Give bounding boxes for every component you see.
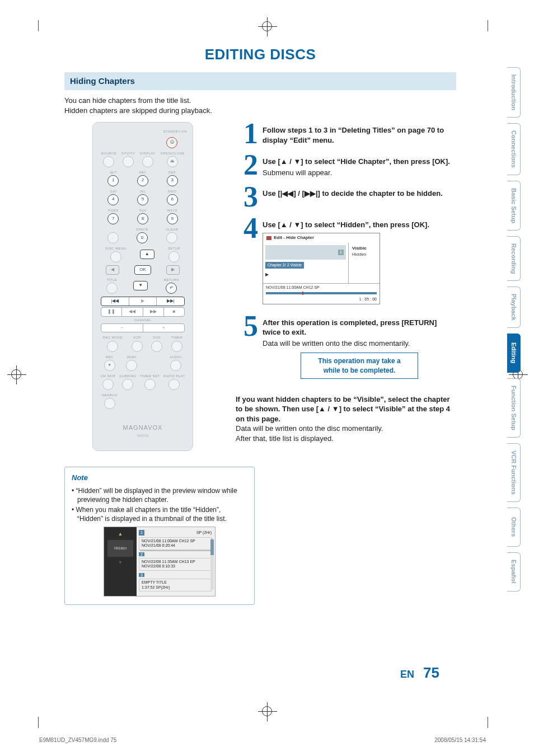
note-heading: Note: [72, 473, 247, 483]
trim-mark: [38, 717, 39, 728]
channel-label: CHANNEL: [99, 318, 187, 322]
note-item: When you make all chapters in the title …: [72, 505, 247, 523]
source-button: [103, 156, 114, 167]
tab-introduction[interactable]: Introduction: [507, 67, 521, 118]
step-1: 1 Follow steps 1 to 3 in “Deleting Title…: [236, 122, 456, 145]
step-number: 3: [236, 185, 258, 209]
digit-2-button: 2: [137, 175, 148, 186]
intro-text: You can hide chapters from the title lis…: [64, 96, 456, 115]
right-button: ▶: [166, 265, 180, 275]
tab-others[interactable]: Others: [507, 508, 521, 547]
trim-mark: [488, 20, 488, 31]
page-content: EDITING DISCS Hiding Chapters You can hi…: [64, 45, 456, 694]
digit-7-button: 7: [107, 213, 119, 224]
digit-4-button: 4: [107, 194, 119, 205]
crop-mark-bottom: [262, 706, 272, 716]
step-number: 1: [236, 122, 258, 145]
page-number: EN 75: [400, 663, 439, 683]
play-icon: ▶: [265, 269, 346, 281]
digit-6-button: 6: [167, 194, 178, 205]
footer-date: 2008/05/15 14:31:54: [434, 736, 486, 744]
section-heading: Hiding Chapters: [64, 72, 456, 90]
rapidplay-button: [168, 379, 180, 390]
step-number: 5: [236, 314, 258, 387]
tab-recording[interactable]: Recording: [507, 236, 521, 281]
dvd-button: [151, 341, 162, 352]
closing-text: If you want hidden chapters to be “Visib…: [236, 395, 456, 444]
recmode-button: [107, 341, 118, 352]
note-item: “Hidden” will be displayed in the previe…: [72, 486, 247, 504]
cmskip-button: [102, 379, 114, 390]
warning-box: This operation may take a while to be co…: [301, 353, 418, 378]
return-button: ↶: [166, 283, 177, 294]
display-button: [142, 156, 153, 167]
digit-1-button: 1: [107, 175, 119, 186]
digit-0-button: 0: [137, 232, 148, 243]
rewind-icon: ◀◀: [121, 308, 142, 316]
intro-line: You can hide chapters from the title lis…: [64, 96, 456, 106]
dot-button: .: [107, 232, 119, 243]
skip-next-icon: ▶▶|: [156, 297, 184, 306]
osd-diagram: Edit - Hide Chapter 1 Chapter 2/ 2 Visib…: [263, 233, 380, 304]
standby-label: STANDBY-ON: [99, 129, 187, 134]
step-text: After this operation is completed, press…: [263, 318, 437, 337]
up-button: ▲: [140, 250, 154, 259]
dtv-button: [123, 156, 134, 167]
digit-5-button: 5: [137, 194, 148, 205]
disc-menu-button: [110, 251, 121, 262]
right-column: 1 Follow steps 1 to 3 in “Deleting Title…: [236, 122, 456, 605]
scrollbar: [210, 539, 214, 590]
footer-file: E9M81UD_ZV457MG9.indd 75: [39, 736, 116, 744]
skip-prev-icon: |◀◀: [101, 297, 129, 306]
tab-function-setup[interactable]: Function Setup: [507, 378, 521, 438]
hdmi-button: [126, 360, 137, 371]
clear-button: [166, 232, 177, 243]
left-button: ◀: [106, 265, 119, 275]
step-2: 2 Use [▲ / ▼] to select “Hide Chapter”, …: [236, 153, 456, 177]
tab-vcr-functions[interactable]: VCR Functions: [507, 443, 521, 502]
tab-editing[interactable]: Editing: [507, 334, 521, 373]
eject-icon: ⏏: [167, 156, 178, 167]
tab-basic-setup[interactable]: Basic Setup: [507, 181, 521, 231]
skip-row: |◀◀ ▶ ▶▶|: [101, 297, 185, 306]
step-subtext: Submenu will appear.: [263, 168, 456, 178]
step-number: 4: [236, 217, 258, 307]
trim-mark: [488, 717, 488, 728]
digit-8-button: 8: [137, 213, 148, 224]
tab-connections[interactable]: Connections: [507, 123, 521, 175]
step-text: Use [▲ / ▼] to select “Hide Chapter”, th…: [263, 157, 450, 166]
crop-mark-left: [11, 369, 21, 379]
remote-illustration: STANDBY-ON ⏻ SOURCE DTV/TV DISPLAY OPEN/…: [92, 122, 193, 451]
step-text: Use [▲ / ▼] to select “Hidden”, then pre…: [263, 220, 429, 229]
title-button: [106, 283, 118, 294]
list-item: EMPTY TITLE 1:37:52 SP(2Hr): [139, 579, 212, 591]
left-column: STANDBY-ON ⏻ SOURCE DTV/TV DISPLAY OPEN/…: [64, 122, 221, 605]
step-4: 4 Use [▲ / ▼] to select “Hidden”, then p…: [236, 217, 456, 307]
list-item: NOV/22/08 11:35AM CH13 EP NOV/22/08 0:10…: [139, 558, 212, 571]
step-subtext: Data will be written onto the disc momen…: [263, 339, 456, 349]
model-number: NB558: [99, 433, 187, 438]
list-item: NOV/21/08 11:00AM CH12 SP NOV/21/08 0:20…: [139, 537, 212, 550]
play-icon: ▶: [129, 297, 157, 306]
down-button: ▼: [133, 281, 148, 290]
audio-button: [170, 360, 181, 371]
tab-playback[interactable]: Playback: [507, 287, 521, 328]
ok-button: OK: [134, 265, 151, 275]
stop-icon: ■: [163, 308, 184, 316]
title-list-diagram: ▲ Hidden ▼ 1SP (2Hr) NOV/21/08 11:00AM C…: [104, 527, 216, 597]
vcr-button: [132, 341, 143, 352]
tab-espanol[interactable]: Español: [507, 552, 521, 591]
digit-9-button: 9: [167, 213, 178, 224]
step-5: 5 After this operation is completed, pre…: [236, 314, 456, 387]
power-icon: ⏻: [166, 137, 177, 148]
step-3: 3 Use [|◀◀] / [▶▶|] to decide the chapte…: [236, 185, 456, 209]
rec-button: ●: [104, 360, 115, 371]
setup-button: [168, 251, 180, 262]
dubbing-button: [122, 379, 133, 390]
timerset-button: [144, 379, 156, 390]
down-triangle-icon: ▼: [118, 559, 123, 566]
note-box: Note “Hidden” will be displayed in the p…: [64, 467, 255, 605]
thumbnail-hidden: Hidden: [107, 540, 133, 557]
step-number: 2: [236, 153, 258, 177]
channel-row: −+: [101, 323, 185, 333]
